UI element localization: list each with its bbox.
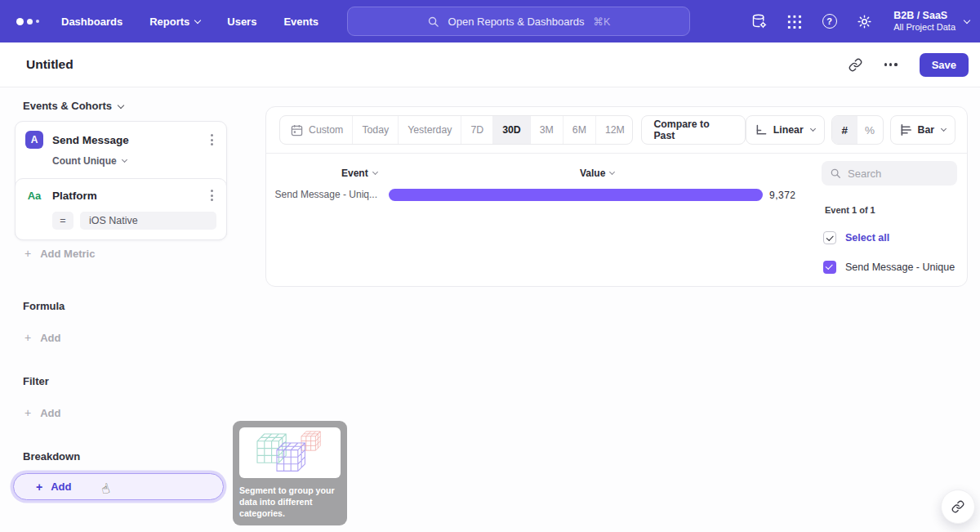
metric-event-name[interactable]: Send Message [52,134,129,146]
global-search-input[interactable]: Open Reports & Dashboards ⌘K [347,7,690,36]
toolbar-divider [266,153,967,154]
primary-nav: Dashboards Reports Users Events [61,16,318,28]
range-yesterday[interactable]: Yesterday [398,116,461,144]
date-range-segmented-control: Custom Today Yesterday 7D 30D 3M 6M 12M [279,115,633,145]
chevron-down-icon [122,157,127,163]
range-today[interactable]: Today [352,116,398,144]
save-button[interactable]: Save [920,53,969,77]
chevron-down-icon [964,16,970,23]
select-all-row[interactable]: Select all [823,231,957,244]
column-header-value[interactable]: Value [580,168,614,179]
nav-item-reports[interactable]: Reports [149,16,200,28]
calendar-icon [291,124,303,136]
chart-toolbar: Custom Today Yesterday 7D 30D 3M 6M 12M … [279,115,956,145]
top-navbar: Dashboards Reports Users Events Open Rep… [0,0,980,42]
range-3m[interactable]: 3M [530,116,563,144]
value-format-toggle: # % [831,115,884,145]
legend-search-placeholder: Search [848,168,881,180]
legend-count-label: Event 1 of 1 [825,205,957,215]
settings-gear-icon[interactable] [856,13,873,30]
range-30d-selected[interactable]: 30D [492,116,530,144]
nav-item-dashboards[interactable]: Dashboards [61,16,122,28]
bar-chart-icon [900,124,912,136]
formula-heading: Formula [23,300,65,312]
plus-icon: + [24,247,31,260]
chevron-down-icon [372,169,378,175]
breakdown-tooltip: Segment to group your data into differen… [233,421,347,525]
add-breakdown-button[interactable]: + Add [13,473,224,500]
report-header: Untitled Save [0,42,980,87]
plus-icon: + [36,481,42,494]
navbar-right-cluster: B2B / SaaS All Project Data [751,0,969,42]
help-icon[interactable] [821,13,838,30]
project-switcher[interactable]: B2B / SaaS All Project Data [893,9,969,34]
copy-link-icon[interactable] [849,58,862,72]
scale-selector[interactable]: Linear [746,115,825,145]
link-icon [951,500,964,513]
aggregation-selector[interactable]: Count Unique [52,155,216,167]
events-cohorts-heading[interactable]: Events & Cohorts [23,100,123,112]
range-6m[interactable]: 6M [563,116,595,144]
add-formula-button[interactable]: + Add [24,331,60,344]
legend-search-input[interactable]: Search [822,161,957,186]
more-options-icon[interactable] [884,63,898,65]
chevron-down-icon [941,126,947,132]
search-icon [427,16,439,28]
select-all-checkbox[interactable] [823,231,836,244]
chart-type-selector[interactable]: Bar [890,115,956,145]
kebab-menu-icon[interactable] [207,188,216,203]
report-actions: Save [849,53,969,77]
bar-row-label: Send Message - Uniq... [271,189,377,200]
project-subtitle: All Project Data [893,22,956,34]
select-all-label: Select all [845,232,889,244]
metric-event-block: A Send Message Count Unique [16,122,226,175]
linear-scale-icon [755,124,768,136]
nav-item-users[interactable]: Users [227,16,256,28]
property-type-badge: Aa [25,190,43,202]
tooltip-text: Segment to group your data into differen… [239,485,341,519]
bar-value-label: 9,372 [769,190,796,201]
mixpanel-logo[interactable] [16,18,39,25]
column-header-event[interactable]: Event [341,168,377,179]
insights-chart-card: Custom Today Yesterday 7D 30D 3M 6M 12M … [265,106,968,287]
chevron-down-icon [194,16,201,23]
metric-card: A Send Message Count Unique Aa Platform … [15,121,227,240]
property-value-chip[interactable]: iOS Native [80,212,216,230]
plus-icon: + [24,406,31,419]
compare-to-past-button[interactable]: Compare to Past [641,115,745,145]
plus-icon: + [24,331,31,344]
search-placeholder: Open Reports & Dashboards [448,16,585,28]
keyboard-shortcut: ⌘K [594,16,611,28]
segmentation-cubes-illustration [239,427,341,478]
chevron-down-icon [609,169,615,175]
nav-item-events[interactable]: Events [283,16,318,28]
project-text: B2B / SaaS All Project Data [893,9,956,34]
share-link-fab[interactable] [941,490,975,524]
kebab-menu-icon[interactable] [207,132,216,147]
operator-chip[interactable]: = [52,212,74,230]
data-management-icon[interactable] [751,13,768,30]
chevron-down-icon [118,101,124,108]
report-title[interactable]: Untitled [26,57,74,72]
range-7d[interactable]: 7D [461,116,492,144]
report-builder-content: Events & Cohorts A Send Message Count Un… [0,87,980,532]
chevron-down-icon [810,126,816,132]
project-name: B2B / SaaS [893,9,956,22]
breakdown-heading: Breakdown [23,450,80,463]
search-icon [830,168,841,179]
bar-send-message-unique[interactable] [389,189,763,201]
series-legend-panel: Search Event 1 of 1 Select all Send Mess… [822,161,957,274]
range-custom[interactable]: Custom [280,116,352,144]
range-12m[interactable]: 12M [595,116,633,144]
series-checkbox-checked[interactable] [823,261,836,274]
percent-toggle[interactable]: % [858,116,883,144]
property-name[interactable]: Platform [52,190,97,202]
property-filter-card: Aa Platform = iOS Native [15,178,227,240]
filter-heading: Filter [23,375,49,387]
absolute-numbers-toggle[interactable]: # [832,116,858,144]
add-metric-button[interactable]: + Add Metric [24,247,95,260]
event-letter-badge: A [25,131,43,149]
apps-grid-icon[interactable] [786,13,803,30]
add-filter-button[interactable]: + Add [24,406,60,419]
legend-series-row[interactable]: Send Message - Unique [823,261,957,274]
